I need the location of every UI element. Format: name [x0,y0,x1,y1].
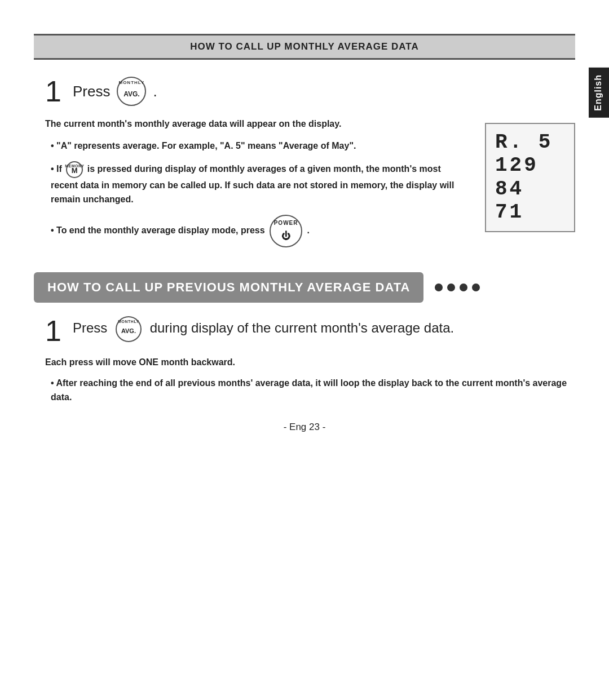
step1-period: . [153,83,157,100]
text-column: The current month's monthly average data… [45,117,468,255]
header-bar: HOW TO CALL UP MONTHLY AVERAGE DATA [34,34,575,60]
bold-text-1: The current month's monthly average data… [45,117,468,131]
avg-text-2: AVG. [121,327,136,335]
lcd-row-3: 84 [495,178,565,201]
bullet-text-1: "A" represents average. For example, "A.… [45,139,468,153]
step1-press-label: Press [73,83,110,100]
monthly-label-2: MONTHLY [118,319,139,325]
lcd-row-1: R. 5 [495,131,565,154]
dot-2 [447,283,455,291]
section2-bold-text: Each press will move ONE month backward. [45,356,575,369]
power-label: POWER [274,219,298,228]
bullet2-if: If [56,164,62,174]
dot-3 [460,283,467,291]
section2-bullet1: After reaching the end of all previous m… [34,376,575,405]
step2-line: 1 Press MONTHLY AVG. during display of t… [45,316,575,345]
english-language-tab: English [589,68,609,118]
lcd-row-2: 129 [495,154,565,177]
step2-number: 1 [45,316,61,345]
section-header-row: HOW TO CALL UP PREVIOUS MONTHLY AVERAGE … [34,272,575,303]
dot-1 [435,283,443,291]
step2-text: Press MONTHLY AVG. during display of the… [73,316,454,342]
avg-button-2[interactable]: MONTHLY AVG. [116,316,142,342]
lcd-row-4: 71 [495,201,565,224]
step1-line: 1 Press MONTHLY AVG. . [45,77,575,106]
section-header-highlight: HOW TO CALL UP PREVIOUS MONTHLY AVERAGE … [34,272,423,303]
bullet-text-3: To end the monthly average display mode,… [45,215,468,247]
lcd-display: R. 5 129 84 71 [485,123,575,232]
step2-suffix: during display of the current month's av… [150,320,454,335]
footer: - Eng 23 - [0,422,609,433]
dot-4 [472,283,480,291]
bullet3-suffix: . [307,225,310,235]
second-section: HOW TO CALL UP PREVIOUS MONTHLY AVERAGE … [34,272,575,405]
power-symbol: ⏻ [281,229,290,243]
bullet3-prefix: To end the monthly average display mode,… [56,225,265,235]
m-button-memory-label: MEMORY [65,163,84,169]
m-button[interactable]: MEMORY M [66,161,83,178]
step1-number: 1 [45,77,61,106]
dots-row [435,283,480,291]
content-area: The current month's monthly average data… [45,117,575,255]
bullet-text-2: If MEMORY M is pressed during display of… [45,161,468,207]
step2-press-label: Press [73,320,107,335]
lcd-display-column: R. 5 129 84 71 [485,117,575,255]
avg-text-1: AVG. [123,90,139,98]
monthly-label-1: MONTHLY [118,80,144,85]
section2-title: HOW TO CALL UP PREVIOUS MONTHLY AVERAGE … [47,280,410,294]
footer-text: - Eng 23 - [284,422,326,432]
avg-button-1[interactable]: MONTHLY AVG. [117,77,146,106]
bullet2-suffix: is pressed during display of monthly ave… [51,164,454,204]
top-section: HOW TO CALL UP MONTHLY AVERAGE DATA 1 Pr… [34,34,575,255]
step1-text: Press MONTHLY AVG. . [73,77,157,106]
power-button[interactable]: POWER ⏻ [270,215,302,247]
header-title: HOW TO CALL UP MONTHLY AVERAGE DATA [190,41,419,52]
